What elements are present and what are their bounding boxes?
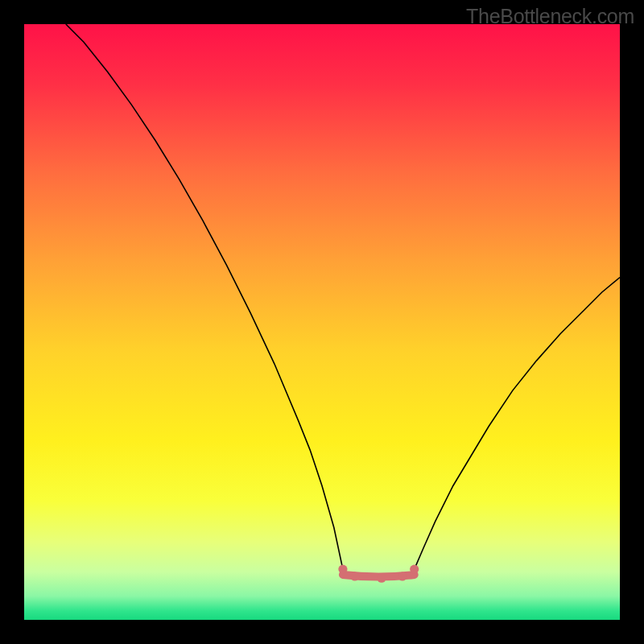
valley-marker-4 xyxy=(410,565,419,574)
gradient-background xyxy=(24,24,620,620)
valley-marker-0 xyxy=(338,565,347,574)
chart-stage: TheBottleneck.com xyxy=(0,0,644,644)
valley-marker-3 xyxy=(398,572,407,580)
valley-marker-1 xyxy=(350,572,359,580)
watermark-text: TheBottleneck.com xyxy=(466,5,634,28)
valley-marker-2 xyxy=(377,574,386,583)
plot-svg xyxy=(24,24,620,620)
plot-area xyxy=(24,24,620,620)
